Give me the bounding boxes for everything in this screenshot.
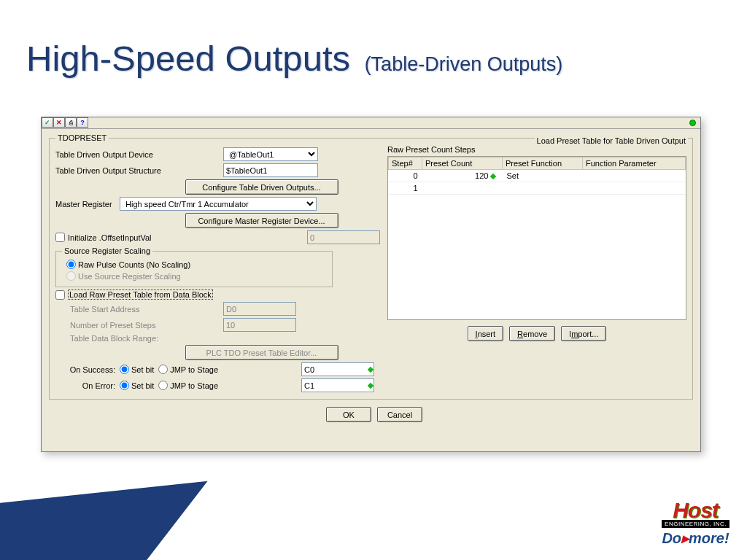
error-setbit-label: Set bit <box>131 381 154 390</box>
plc-editor-button: PLC TDO Preset Table Editor... <box>185 345 338 360</box>
table-start-addr-field <box>223 302 296 316</box>
left-column: Table Driven Output Device @TableOut1 Ta… <box>55 145 380 394</box>
ok-button[interactable]: OK <box>326 407 371 422</box>
logo-host-text: Host <box>662 498 729 523</box>
configure-master-button[interactable]: Configure Master Register Device... <box>185 213 338 228</box>
num-steps-label: Number of Preset Steps <box>70 321 223 330</box>
structure-field[interactable] <box>223 163 318 177</box>
help-icon[interactable]: ? <box>77 117 88 128</box>
status-indicator-icon <box>689 120 696 126</box>
right-column: Raw Preset Count Steps Step# Preset Coun… <box>387 145 686 394</box>
success-jmp-radio[interactable] <box>158 365 168 374</box>
remove-button[interactable]: Remove <box>509 326 555 341</box>
dialog-toolbar: ✓ ✕ ⎙ ? <box>42 117 700 129</box>
col-function-parameter[interactable]: Function Parameter <box>583 158 686 170</box>
slide-title-text: High-Speed Outputs <box>26 39 350 78</box>
error-jmp-label: JMP to Stage <box>170 381 218 390</box>
initialize-offset-label: Initialize .OffsetInputVal <box>68 233 152 242</box>
success-setbit-label: Set bit <box>131 365 154 374</box>
table-range-label: Table Data Block Range: <box>70 334 223 343</box>
dialog-caption: Load Preset Table for Table Driven Outpu… <box>535 136 688 145</box>
initialize-offset-checkbox[interactable] <box>55 233 65 242</box>
initialize-offset-field <box>307 230 380 244</box>
preset-table[interactable]: Step# Preset Count Preset Function Funct… <box>388 157 686 195</box>
slide-title: High-Speed Outputs (Table-Driven Outputs… <box>26 38 562 79</box>
cancel-button[interactable]: Cancel <box>377 407 422 422</box>
preset-steps-title: Raw Preset Count Steps <box>387 145 686 154</box>
error-value-field[interactable] <box>301 378 374 392</box>
on-success-label: On Success: <box>55 365 115 374</box>
brand-logo: Host ENGINEERING, INC. Do▸more! <box>662 498 729 547</box>
logo-domore-text: Do▸more! <box>662 529 729 547</box>
success-jmp-label: JMP to Stage <box>170 365 218 374</box>
scaling-use-label: Use Source Register Scaling <box>78 272 181 281</box>
table-row[interactable]: 1 <box>389 182 686 195</box>
scaling-raw-radio[interactable] <box>66 260 76 269</box>
main-groupbox: TDOPRESET Load Preset Table for Table Dr… <box>49 133 693 400</box>
table-start-addr-label: Table Start Address <box>70 305 223 314</box>
insert-button[interactable]: Insert <box>468 326 504 341</box>
load-raw-checkbox[interactable] <box>55 290 65 300</box>
device-label: Table Driven Output Device <box>55 150 223 159</box>
import-button[interactable]: Import... <box>561 326 606 341</box>
tdopreset-dialog: ✓ ✕ ⎙ ? TDOPRESET Load Preset Table for … <box>41 117 701 452</box>
preset-table-container: Step# Preset Count Preset Function Funct… <box>387 156 686 320</box>
device-select[interactable]: @TableOut1 <box>223 147 318 161</box>
accept-icon[interactable]: ✓ <box>42 117 53 128</box>
slide-decoration <box>0 443 747 560</box>
error-setbit-radio[interactable] <box>120 381 129 390</box>
num-steps-field <box>223 318 296 332</box>
success-value-field[interactable] <box>301 362 374 376</box>
success-setbit-radio[interactable] <box>120 365 129 374</box>
col-preset-function[interactable]: Preset Function <box>503 158 583 170</box>
logo-engineering-text: ENGINEERING, INC. <box>662 520 729 528</box>
group-legend: TDOPRESET <box>55 133 109 142</box>
configure-tdo-button[interactable]: Configure Table Driven Outputs... <box>185 179 338 195</box>
col-step[interactable]: Step# <box>389 158 422 170</box>
load-raw-label: Load Raw Preset Table from Data Block <box>68 289 213 300</box>
structure-label: Table Driven Output Structure <box>55 166 223 175</box>
cancel-icon[interactable]: ✕ <box>53 117 65 128</box>
master-register-select[interactable]: High speed Ctr/Tmr 1 Accumulator <box>120 197 317 211</box>
col-preset-count[interactable]: Preset Count <box>422 158 503 170</box>
print-icon[interactable]: ⎙ <box>65 117 77 128</box>
master-register-label: Master Register <box>55 200 120 209</box>
scaling-legend: Source Register Scaling <box>62 246 152 255</box>
table-row[interactable]: 0 120 Set <box>389 170 686 182</box>
slide-subtitle: (Table-Driven Outputs) <box>365 53 563 76</box>
error-jmp-radio[interactable] <box>158 381 168 390</box>
scaling-groupbox: Source Register Scaling Raw Pulse Counts… <box>55 246 333 287</box>
scaling-raw-label: Raw Pulse Counts (No Scaling) <box>78 260 190 269</box>
selection-marker-icon <box>489 174 495 179</box>
on-error-label: On Error: <box>55 381 115 390</box>
scaling-use-radio <box>66 271 76 281</box>
